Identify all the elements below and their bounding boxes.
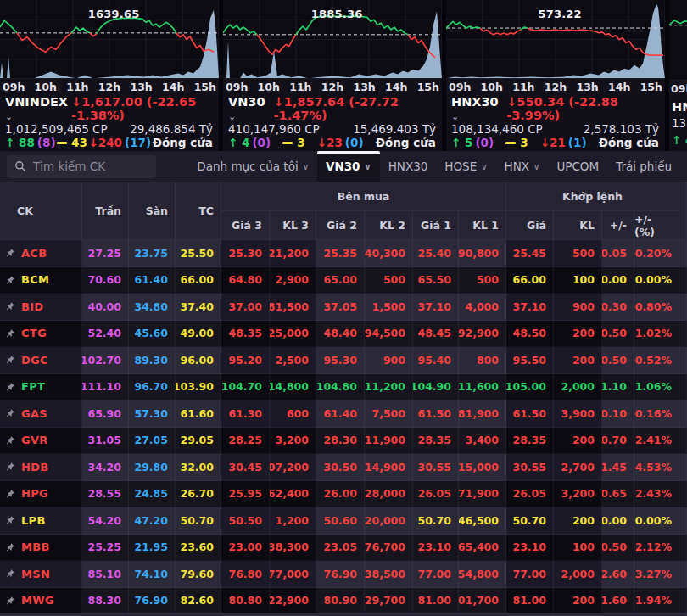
pin-icon[interactable] <box>5 462 15 472</box>
price-cell[interactable]: 77.00 <box>506 561 554 588</box>
price-cell[interactable]: -2.43% <box>634 481 679 508</box>
price-cell[interactable]: 0.00% <box>634 507 679 535</box>
price-cell[interactable]: 115,000 <box>459 454 506 481</box>
price-cell[interactable]: 101,700 <box>459 588 506 613</box>
index-name-dropdown[interactable]: HNX30 ⌄ <box>451 95 506 122</box>
price-cell[interactable]: 500 <box>459 267 506 294</box>
price-cell[interactable]: -0.20% <box>634 240 679 267</box>
price-cell[interactable]: 95.40 <box>413 347 459 374</box>
price-cell[interactable]: -0.30 <box>602 294 634 321</box>
price-cell[interactable]: 48.35 <box>221 321 270 348</box>
price-cell[interactable]: -0.50 <box>602 321 634 348</box>
price-cell[interactable]: 7,500 <box>365 400 413 428</box>
price-cell[interactable]: -4.53% <box>634 454 679 481</box>
price-cell[interactable]: 48.50 <box>506 321 554 348</box>
search-input[interactable] <box>33 160 148 173</box>
table-row-MBB[interactable]: MBB25.2521.9523.6023.001,538,30023.05476… <box>0 535 687 562</box>
price-cell[interactable]: 28.30 <box>316 428 365 455</box>
price-cell[interactable]: -0.10 <box>602 400 634 428</box>
price-cell[interactable]: 50.50 <box>221 507 270 535</box>
price-cell[interactable]: 76.90 <box>316 561 365 588</box>
price-cell[interactable]: 3,900 <box>554 400 602 428</box>
ticker-symbol[interactable]: BCM <box>21 273 49 286</box>
tab-vn30[interactable]: VN30∨ <box>317 151 380 182</box>
price-cell[interactable]: -0.80% <box>634 294 679 321</box>
price-cell[interactable]: -1.02% <box>634 321 679 348</box>
price-cell[interactable]: 11,600 <box>459 374 506 401</box>
table-row-GVR[interactable]: GVR31.0527.0529.0528.253,20028.3011,9002… <box>0 428 687 455</box>
tab-hose[interactable]: HOSE∨ <box>436 151 495 182</box>
price-cell[interactable]: 25.45 <box>506 240 554 267</box>
price-cell[interactable]: 48.40 <box>316 321 365 348</box>
index-name-dropdown[interactable]: VNINDEX ⌄ <box>5 95 71 122</box>
price-cell[interactable]: 30.50 <box>316 454 365 481</box>
price-cell[interactable]: -0.70 <box>602 428 634 455</box>
price-cell[interactable]: -0.05 <box>602 240 634 267</box>
price-cell[interactable]: 94,500 <box>365 321 413 348</box>
price-cell[interactable]: 23.10 <box>506 535 554 562</box>
price-cell[interactable]: 1,500 <box>365 294 413 321</box>
ticker-symbol[interactable]: GAS <box>21 407 47 420</box>
index-panel-clipped[interactable]: 09h HN 133 ↑ 4 <box>669 0 687 151</box>
price-cell[interactable]: 26.00 <box>316 481 365 508</box>
price-cell[interactable]: 81,900 <box>459 400 506 428</box>
ticker-symbol[interactable]: ACB <box>21 247 47 260</box>
price-cell[interactable]: 37.10 <box>413 294 459 321</box>
pin-icon[interactable] <box>5 248 15 258</box>
price-cell[interactable]: 3,200 <box>554 481 602 508</box>
price-cell[interactable]: 1,200 <box>270 507 316 535</box>
price-cell[interactable]: 30.55 <box>506 454 554 481</box>
price-cell[interactable]: 100 <box>554 267 602 294</box>
price-cell[interactable]: 48.45 <box>413 321 459 348</box>
price-cell[interactable]: -3.27% <box>634 561 679 588</box>
table-row-LPB[interactable]: LPB54.2047.2050.7050.501,20050.6020,0005… <box>0 507 687 535</box>
pin-icon[interactable] <box>5 328 15 339</box>
tab-upcom[interactable]: UPCOM <box>548 151 607 182</box>
price-cell[interactable]: 200 <box>554 428 602 455</box>
price-cell[interactable]: 23.00 <box>221 535 270 562</box>
price-cell[interactable]: 900 <box>365 347 413 374</box>
table-row-HDB[interactable]: HDB34.2029.8032.0030.45107,20030.50814,9… <box>0 454 687 481</box>
price-cell[interactable]: 2,900 <box>270 267 316 294</box>
price-cell[interactable]: 3,200 <box>270 428 316 455</box>
ticker-symbol[interactable]: MWG <box>21 594 54 607</box>
price-cell[interactable]: 0.00% <box>634 267 679 294</box>
price-cell[interactable]: 121,200 <box>270 240 316 267</box>
price-cell[interactable]: 64.80 <box>221 267 270 294</box>
table-row-DGC[interactable]: DGC102.7089.3096.0095.202,50095.3090095.… <box>0 347 687 374</box>
price-cell[interactable]: 50.60 <box>316 507 365 535</box>
price-cell[interactable]: 1,828,000 <box>365 481 413 508</box>
price-cell[interactable]: 61.40 <box>316 400 365 428</box>
price-cell[interactable]: -0.50 <box>602 535 634 562</box>
tab-hnx[interactable]: HNX∨ <box>496 151 549 182</box>
price-cell[interactable]: 662,400 <box>270 481 316 508</box>
pin-icon[interactable] <box>5 355 15 365</box>
price-cell[interactable]: 190,800 <box>459 240 506 267</box>
price-cell[interactable]: -0.50 <box>602 347 634 374</box>
tab-hnx30[interactable]: HNX30 <box>380 151 437 182</box>
table-row-BID[interactable]: BID40.0034.8037.4037.0081,50037.051,5003… <box>0 294 687 321</box>
pin-icon[interactable] <box>5 489 15 499</box>
price-cell[interactable]: 46,500 <box>459 507 506 535</box>
index-name-dropdown[interactable]: VN30 ⌄ <box>228 95 274 122</box>
price-cell[interactable]: 37.05 <box>316 294 365 321</box>
ticker-symbol[interactable]: MSN <box>21 568 50 580</box>
pin-icon[interactable] <box>5 515 15 525</box>
price-cell[interactable]: 61.30 <box>221 400 270 428</box>
pin-icon[interactable] <box>5 596 15 606</box>
price-cell[interactable]: 500 <box>365 267 413 294</box>
price-cell[interactable]: 66.00 <box>506 267 554 294</box>
price-cell[interactable]: 271,900 <box>459 481 506 508</box>
ticker-symbol[interactable]: GVR <box>21 434 48 446</box>
price-cell[interactable]: 77.00 <box>413 561 459 588</box>
table-row-FPT[interactable]: FPT111.1096.70103.90104.7014,800104.8011… <box>0 374 687 401</box>
pin-icon[interactable] <box>5 301 15 311</box>
price-cell[interactable]: 92,900 <box>459 321 506 348</box>
price-cell[interactable]: 25.35 <box>316 240 365 267</box>
price-cell[interactable]: 900 <box>554 294 602 321</box>
ticker-symbol[interactable]: LPB <box>21 514 46 527</box>
price-cell[interactable]: 2,700 <box>554 454 602 481</box>
price-cell[interactable]: 14,800 <box>270 374 316 401</box>
price-cell[interactable]: 500 <box>554 240 602 267</box>
price-cell[interactable]: 26.05 <box>506 481 554 508</box>
